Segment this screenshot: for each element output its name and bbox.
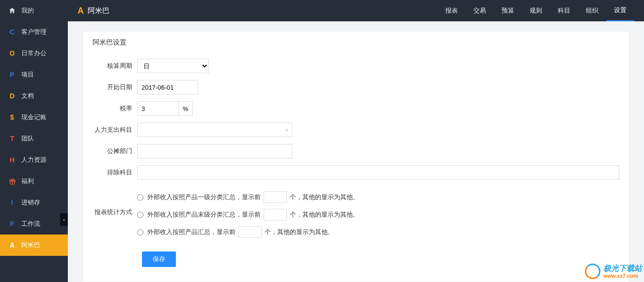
stats-radio-3[interactable] [137,229,143,235]
stats-radio-1[interactable] [137,194,143,201]
stats-count-input-3[interactable] [238,226,262,238]
letter-i-icon: I [8,198,16,207]
tax-label: 税率 [93,104,137,113]
topbar: A 阿米巴 报表 交易 预算 规则 科目 组织 设置 [68,0,644,21]
stats-option-1[interactable]: 外部收入按照产品一级分类汇总，显示前 个，其他的显示为其他。 [137,191,359,203]
sidebar-item-inventory[interactable]: I 进销存 [0,192,68,213]
sidebar-item-label: 工作流 [21,219,40,228]
watermark-url: www.xz7.com [603,273,642,279]
exclude-label: 排除科目 [93,165,137,177]
settings-panel: 阿米巴设置 核算周期 日 开始日期 税率 [82,31,629,282]
letter-c-icon: C [8,28,16,36]
letter-p-icon: P [8,70,16,79]
shared-dept-input[interactable] [137,144,292,158]
tax-unit: % [179,101,193,116]
sidebar-item-label: 阿米巴 [21,241,40,250]
stats-option-post: 个，其他的显示为其他。 [290,210,359,219]
hr-subject-combo[interactable]: ▾ [137,123,292,137]
watermark-title: 极光下载站 [603,264,642,273]
stats-option-pre: 外部收入按照产品汇总，显示前 [147,228,236,236]
cycle-label: 核算周期 [93,62,137,70]
sidebar-item-project[interactable]: P 项目 [0,64,68,85]
watermark-text: 极光下载站 www.xz7.com [603,264,642,279]
brand-icon: A [78,6,84,16]
letter-t-icon: T [8,134,16,143]
row-startdate: 开始日期 [93,80,619,94]
sidebar-item-label: 文档 [21,92,34,100]
home-icon [8,6,16,15]
stats-count-input-1[interactable] [264,191,287,203]
gift-icon [8,177,16,186]
letter-f-icon: F [8,219,16,228]
sidebar-item-label: 进销存 [21,198,40,207]
chevron-down-icon: ▾ [285,127,288,133]
brand: A 阿米巴 [78,6,110,16]
stats-radio-2[interactable] [137,212,143,218]
stats-label: 报表统计方式 [93,190,137,217]
nav-transaction[interactable]: 交易 [466,0,494,21]
sidebar-item-label: 项目 [21,70,34,79]
sidebar-item-document[interactable]: D 文档 [0,85,68,107]
row-hr-subject: 人力支出科目 ▾ [93,123,619,137]
sidebar-item-label: 福利 [21,177,34,186]
startdate-input[interactable] [137,80,198,94]
shared-dept-label: 公摊部门 [93,147,137,156]
settings-form: 核算周期 日 开始日期 税率 % [83,54,629,282]
row-cycle: 核算周期 日 [93,59,619,73]
sidebar-item-workflow[interactable]: F 工作流 [0,213,68,235]
stats-radio-group: 外部收入按照产品一级分类汇总，显示前 个，其他的显示为其他。 外部收入按照产品末… [137,190,359,238]
sidebar-item-customer[interactable]: C 客户管理 [0,21,68,43]
sidebar-item-label: 客户管理 [21,28,47,36]
sidebar-item-welfare[interactable]: 福利 [0,171,68,192]
sidebar-collapse-button[interactable]: ‹ [60,213,68,226]
sidebar-item-amoeba[interactable]: A 阿米巴 [0,235,68,256]
nav-org[interactable]: 组织 [578,0,606,21]
startdate-label: 开始日期 [93,83,137,92]
letter-h-icon: H [8,156,16,164]
nav-budget[interactable]: 预算 [494,0,522,21]
stats-count-input-2[interactable] [264,209,287,220]
sidebar-item-label: 日常办公 [21,49,47,58]
sidebar-item-cash[interactable]: $ 现金记账 [0,107,68,128]
chevron-left-icon: ‹ [63,217,65,222]
stats-option-3[interactable]: 外部收入按照产品汇总，显示前 个，其他的显示为其他。 [137,226,359,238]
sidebar-item-hr[interactable]: H 人力资源 [0,149,68,171]
letter-d-icon: D [8,92,16,100]
stats-option-2[interactable]: 外部收入按照产品末级分类汇总，显示前 个，其他的显示为其他。 [137,209,359,220]
stats-option-post: 个，其他的显示为其他。 [290,193,359,202]
dollar-icon: $ [8,113,16,122]
row-shared-dept: 公摊部门 [93,144,619,158]
letter-a-icon: A [8,241,16,250]
sidebar-item-label: 现金记账 [21,113,47,122]
sidebar: 我的 C 客户管理 O 日常办公 P 项目 D 文档 $ 现金记账 T 团队 H… [0,0,68,282]
sidebar-item-label: 我的 [21,6,34,15]
nav-report[interactable]: 报表 [438,0,466,21]
tax-input[interactable] [137,101,179,116]
stats-option-pre: 外部收入按照产品一级分类汇总，显示前 [147,193,261,202]
main: A 阿米巴 报表 交易 预算 规则 科目 组织 设置 阿米巴设置 核算周期 [68,0,644,282]
stats-option-pre: 外部收入按照产品末级分类汇总，显示前 [147,210,261,219]
sidebar-item-office[interactable]: O 日常办公 [0,43,68,64]
save-button[interactable]: 保存 [142,251,176,267]
content: 阿米巴设置 核算周期 日 开始日期 税率 [68,21,644,282]
sidebar-item-mine[interactable]: 我的 [0,0,68,21]
letter-o-icon: O [8,49,16,58]
cycle-select[interactable]: 日 [137,59,209,73]
nav-subject[interactable]: 科目 [550,0,578,21]
row-stats: 报表统计方式 外部收入按照产品一级分类汇总，显示前 个，其他的显示为其他。 外部… [93,190,619,238]
sidebar-item-label: 人力资源 [21,156,47,164]
sidebar-item-label: 团队 [21,134,34,143]
brand-text: 阿米巴 [88,6,110,16]
watermark: 极光下载站 www.xz7.com [585,264,642,279]
stats-option-post: 个，其他的显示为其他。 [265,228,334,236]
exclude-input[interactable] [137,165,619,180]
nav-settings[interactable]: 设置 [606,0,634,21]
panel-title: 阿米巴设置 [83,31,629,54]
row-tax: 税率 % [93,101,619,116]
nav-rule[interactable]: 规则 [522,0,550,21]
swirl-icon [585,264,600,279]
row-exclude: 排除科目 [93,165,619,180]
sidebar-item-team[interactable]: T 团队 [0,128,68,149]
hr-subject-label: 人力支出科目 [93,125,137,134]
topbar-nav: 报表 交易 预算 规则 科目 组织 设置 [438,0,634,21]
